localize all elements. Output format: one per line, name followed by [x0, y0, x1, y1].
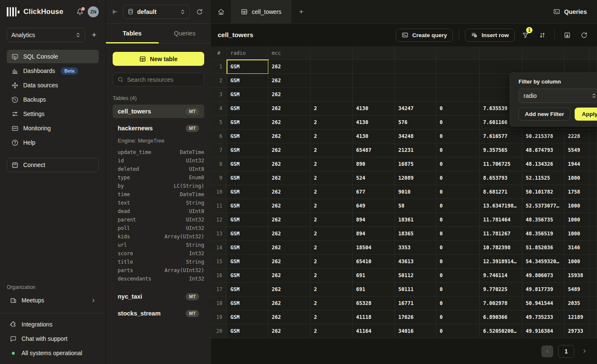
- row-number[interactable]: 15: [211, 255, 227, 269]
- table-cell[interactable]: 12.3918914…: [480, 255, 522, 269]
- table-cell[interactable]: 2: [311, 283, 353, 297]
- table-cell[interactable]: [395, 60, 436, 74]
- table-cell[interactable]: 4130: [353, 102, 395, 116]
- table-cell[interactable]: 11.781267: [480, 227, 522, 241]
- add-new-filter-button[interactable]: Add new Filter: [519, 108, 570, 121]
- table-cell[interactable]: 48.674793: [522, 143, 565, 157]
- table-cell[interactable]: 262: [268, 199, 311, 213]
- table-cell[interactable]: 13.6347198…: [480, 199, 522, 213]
- table-cell[interactable]: 41118: [353, 310, 395, 324]
- row-number[interactable]: 4: [211, 102, 227, 116]
- table-cell[interactable]: GSM: [227, 102, 268, 116]
- table-list-item-hackernews[interactable]: hackernews MT: [113, 121, 204, 135]
- table-cell[interactable]: [589, 227, 597, 241]
- table-cell[interactable]: 262: [268, 324, 311, 338]
- table-cell[interactable]: [589, 241, 597, 255]
- row-number[interactable]: 19: [211, 310, 227, 324]
- tab-queries[interactable]: Queries: [159, 24, 211, 43]
- table-cell[interactable]: [589, 143, 597, 157]
- table-cell[interactable]: 6.52050200…: [480, 324, 522, 338]
- table-cell[interactable]: [589, 269, 597, 283]
- table-cell[interactable]: [353, 60, 395, 74]
- row-number[interactable]: 3: [211, 88, 227, 102]
- current-page-number[interactable]: 1: [558, 345, 574, 358]
- table-cell[interactable]: 15938: [565, 269, 589, 283]
- table-cell[interactable]: GSM: [227, 213, 268, 227]
- table-cell[interactable]: [589, 324, 597, 338]
- table-cell[interactable]: 262: [268, 213, 311, 227]
- row-number[interactable]: 20: [211, 324, 227, 338]
- table-cell[interactable]: GSM: [227, 143, 268, 157]
- sidebar-item-backups[interactable]: Backups: [7, 93, 99, 106]
- table-cell[interactable]: 48.134326: [522, 157, 565, 171]
- table-cell[interactable]: 262: [268, 310, 311, 324]
- table-cell[interactable]: GSM: [227, 227, 268, 241]
- table-cell[interactable]: 2: [311, 102, 353, 116]
- table-cell[interactable]: 5489: [565, 283, 589, 297]
- table-cell[interactable]: 34248: [395, 129, 436, 143]
- table-cell[interactable]: 18365: [395, 227, 436, 241]
- table-cell[interactable]: 2: [311, 143, 353, 157]
- table-cell[interactable]: 29733: [565, 324, 589, 338]
- table-cell[interactable]: 0: [436, 116, 480, 129]
- row-number[interactable]: 12: [211, 213, 227, 227]
- table-cell[interactable]: 2: [311, 269, 353, 283]
- table-cell[interactable]: 51.852036: [522, 241, 565, 255]
- table-cell[interactable]: 65410: [353, 255, 395, 269]
- table-cell[interactable]: GSM: [227, 283, 268, 297]
- table-list-item-cell-towers[interactable]: cell_towers MT: [113, 105, 204, 118]
- sort-icon[interactable]: [536, 29, 548, 41]
- table-cell[interactable]: GSM: [227, 241, 268, 255]
- table-cell[interactable]: GSM: [227, 269, 268, 283]
- sidebar-item-monitoring[interactable]: Monitoring: [7, 121, 99, 135]
- table-cell[interactable]: [311, 88, 353, 102]
- table-cell[interactable]: 1944: [565, 157, 589, 171]
- table-cell[interactable]: 262: [268, 88, 311, 102]
- table-cell[interactable]: [589, 157, 597, 171]
- table-cell[interactable]: GSM: [227, 324, 268, 338]
- row-number[interactable]: 8: [211, 157, 227, 171]
- table-cell[interactable]: 262: [268, 171, 311, 185]
- row-number[interactable]: 6: [211, 129, 227, 143]
- new-table-button[interactable]: New table: [113, 52, 204, 66]
- table-cell[interactable]: 2: [311, 324, 353, 338]
- table-cell[interactable]: 0: [436, 255, 480, 269]
- table-cell[interactable]: 262: [268, 227, 311, 241]
- table-cell[interactable]: [436, 88, 480, 102]
- table-cell[interactable]: 262: [268, 185, 311, 199]
- table-cell[interactable]: 52.5373077…: [522, 199, 565, 213]
- table-cell[interactable]: 0: [436, 171, 480, 185]
- table-cell[interactable]: 49.806073: [522, 269, 565, 283]
- row-number[interactable]: 10: [211, 185, 227, 199]
- table-cell[interactable]: 52.11525: [522, 171, 565, 185]
- sidebar-item-dashboards[interactable]: Dashboards Beta: [7, 64, 99, 78]
- table-cell[interactable]: 649: [353, 199, 395, 213]
- table-list-item-nyc-taxi[interactable]: nyc_taxi MT: [113, 290, 204, 303]
- table-cell[interactable]: 4130: [353, 116, 395, 129]
- refresh-icon[interactable]: [578, 29, 590, 41]
- new-tab-button[interactable]: +: [291, 0, 311, 23]
- table-cell[interactable]: 21231: [395, 143, 436, 157]
- table-cell[interactable]: [395, 88, 436, 102]
- table-cell[interactable]: 262: [268, 255, 311, 269]
- table-cell[interactable]: GSM: [227, 116, 268, 129]
- table-list-item-stocks-stream[interactable]: stocks_stream MT: [113, 307, 204, 320]
- table-cell[interactable]: GSM: [227, 310, 268, 324]
- table-cell[interactable]: 576: [395, 116, 436, 129]
- table-cell[interactable]: 890: [353, 157, 395, 171]
- table-cell[interactable]: 4130: [353, 129, 395, 143]
- table-cell[interactable]: 49.916384: [522, 324, 565, 338]
- table-cell[interactable]: [589, 60, 597, 74]
- table-cell[interactable]: [522, 60, 565, 74]
- table-cell[interactable]: 0: [436, 241, 480, 255]
- table-cell[interactable]: [395, 74, 436, 88]
- connect-button[interactable]: Connect: [7, 158, 99, 172]
- table-cell[interactable]: 12089: [395, 171, 436, 185]
- table-cell[interactable]: 0: [436, 213, 480, 227]
- table-cell[interactable]: 894: [353, 213, 395, 227]
- sidebar-item-help[interactable]: Help: [7, 136, 99, 149]
- insert-row-button[interactable]: Insert row: [465, 29, 515, 42]
- table-cell[interactable]: 0: [436, 199, 480, 213]
- column-header[interactable]: [395, 46, 436, 60]
- table-cell[interactable]: 49.735233: [522, 310, 565, 324]
